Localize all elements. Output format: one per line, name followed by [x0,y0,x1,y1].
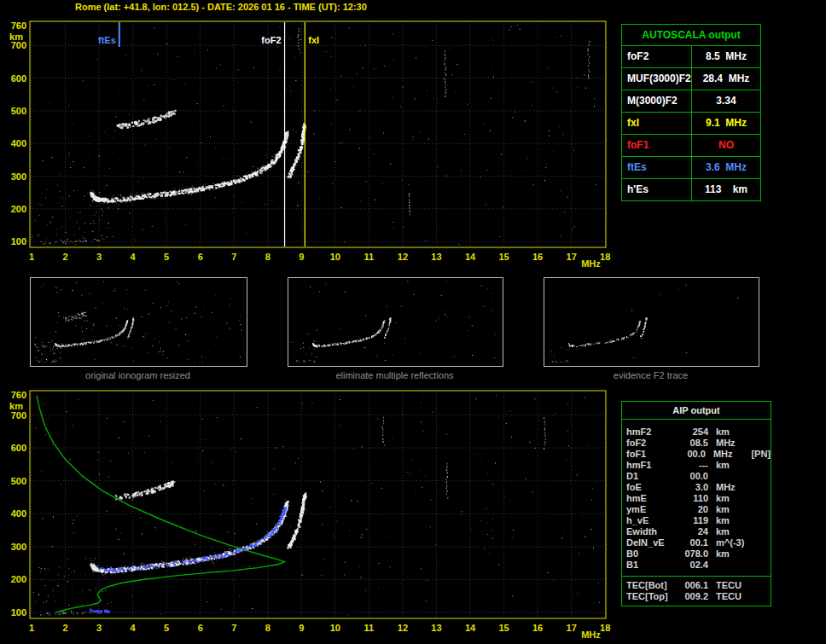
autoscala-output-table: AUTOSCALA outputfoF28.5 MHzMUF(3000)F228… [621,24,761,201]
top-ionogram-plot: 760700600500400300200100km12345678910111… [0,14,619,271]
svg-text:7: 7 [231,252,236,262]
aip-value: 08.5 [679,438,708,449]
bottom-ionogram-profile-plot: 760700600500400300200100km12345678910111… [0,384,619,644]
svg-text:15: 15 [498,252,509,262]
thumbnail-original-ionogram-image [31,278,247,366]
aip-unit: MHz [706,449,752,460]
svg-text:500: 500 [11,476,26,486]
autoscala-param-value: 3.6 MHz [692,157,760,178]
aip-unit: km [708,460,755,471]
aip-value: 00.0 [679,471,708,482]
aip-value: 24 [679,526,708,537]
svg-text:5: 5 [164,252,169,262]
autoscala-param-label: MUF(3000)F2 [622,68,692,90]
aip-row-h_vE: h_vE119km [622,515,771,526]
aip-row-TEC[Top]: TEC[Top]009.2TECU [622,591,771,602]
svg-text:500: 500 [11,106,26,116]
aip-table-title: AIP output [622,402,771,420]
aip-row-Ewidth: Ewidth24km [622,526,771,537]
aip-row-hmF2: hmF2254km [622,426,771,438]
aip-row-D1: D100.0 [622,471,771,482]
autoscala-param-label: fxI [622,113,692,134]
svg-text:5: 5 [164,623,169,633]
svg-text:km: km [9,401,23,411]
aip-name: foF2 [622,438,679,449]
aip-value: 20 [679,504,708,515]
svg-text:8: 8 [265,623,270,633]
svg-text:10: 10 [330,623,340,633]
svg-text:km: km [9,32,23,42]
svg-text:6: 6 [198,252,203,262]
autoscala-param-value: 9.1 MHz [692,113,760,134]
aip-name: B0 [622,548,679,560]
aip-name: D1 [622,471,679,482]
thumbnail-original-ionogram [30,277,247,367]
aip-value: 119 [679,515,708,526]
svg-text:4: 4 [131,623,137,633]
svg-text:18: 18 [600,623,610,633]
aip-extra [755,537,771,548]
svg-text:760: 760 [11,390,26,400]
svg-text:14: 14 [465,623,476,633]
svg-text:200: 200 [11,574,26,584]
aip-extra [755,471,771,482]
svg-text:9: 9 [299,623,304,633]
aip-value: 006.1 [679,580,708,591]
autoscala-param-value: 8.5 MHz [692,46,760,67]
aip-name: foE [622,482,679,493]
aip-unit: km [708,504,755,515]
svg-text:13: 13 [431,252,441,262]
svg-text:3: 3 [96,623,102,633]
svg-text:14: 14 [465,252,476,262]
autoscala-param-label: foF2 [622,46,692,67]
svg-text:8: 8 [265,252,270,262]
aip-unit: km [708,548,755,560]
aip-name: hmF1 [622,460,679,471]
svg-text:100: 100 [11,607,26,618]
autoscala-param-label: h'Es [622,179,692,200]
aip-extra [755,438,771,449]
svg-text:600: 600 [11,443,26,453]
aip-extra [755,580,771,591]
thumbnail-eliminate-reflections-image [288,278,503,366]
aip-row-TEC[Bot]: TEC[Bot]006.1TECU [622,580,771,591]
thumbnail-evidence-f2 [544,277,759,367]
aip-tec-divider [622,576,771,577]
aip-unit: TECU [708,580,755,591]
svg-text:12: 12 [398,252,408,262]
aip-extra [755,504,771,515]
autoscala-param-value: 28.4 MHz [692,68,760,90]
aip-rows: hmF2254kmfoF208.5MHzfoF100.0MHz[PN]hmF1-… [622,420,771,574]
aip-row-foF1: foF100.0MHz[PN] [622,449,771,460]
aip-value: --- [679,460,708,471]
svg-text:17: 17 [567,623,577,633]
aip-name: DelN_vE [622,537,679,548]
aip-name: Ewidth [622,526,679,537]
svg-text:4: 4 [131,252,137,262]
aip-extra: [PN] [751,449,771,460]
autoscala-row-fxI: fxI9.1 MHz [622,113,760,135]
thumbnail-caption-evidence: evidence F2 trace [544,370,758,380]
svg-text:12: 12 [398,623,408,633]
svg-text:16: 16 [532,252,543,262]
svg-text:6: 6 [198,623,203,633]
aip-output-table: AIP outputhmF2254kmfoF208.5MHzfoF100.0MH… [621,401,771,606]
aip-name: hmF2 [622,426,679,438]
aip-value: 009.2 [679,591,708,602]
autoscala-param-label: M(3000)F2 [622,90,692,112]
aip-name: TEC[Top] [622,591,679,602]
thumbnail-caption-eliminate: eliminate multiple reflections [288,370,502,380]
aip-row-hmF1: hmF1---km [622,460,771,471]
aip-name: B1 [622,560,679,571]
autoscala-row-ftEs: ftEs3.6 MHz [622,157,760,179]
svg-text:400: 400 [11,138,26,148]
aip-name: hmE [622,493,679,504]
aip-unit [708,560,755,571]
aip-unit: TECU [708,591,755,602]
svg-text:10: 10 [330,252,340,262]
aip-unit: m^(-3) [708,537,755,548]
svg-text:1: 1 [29,623,34,633]
svg-text:600: 600 [11,73,26,84]
svg-text:3: 3 [96,252,102,262]
svg-text:300: 300 [11,171,26,182]
